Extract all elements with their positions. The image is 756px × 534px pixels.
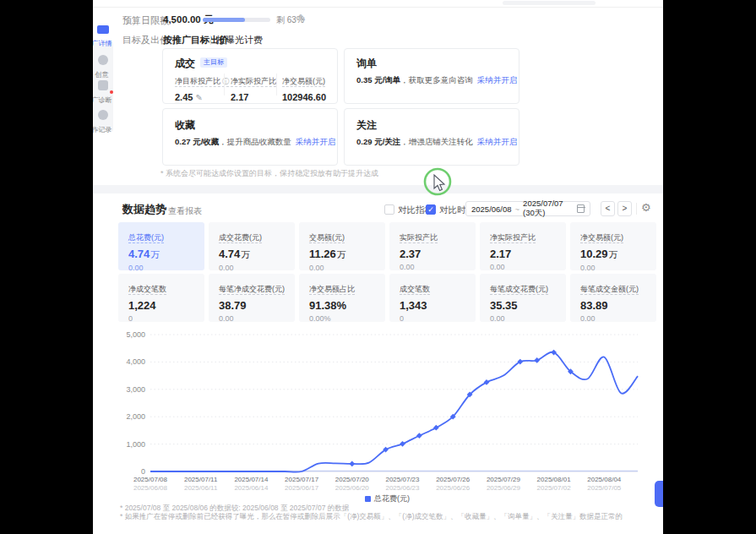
tile-unit: 万: [337, 249, 346, 259]
goal-card-deal[interactable]: 成交 主目标 净目标投产比ⓘ 2.45 ✎ 净实际投产比 2.17 净交易额(元…: [162, 48, 338, 104]
metric-label: 净交易额(元): [282, 77, 325, 87]
trend-chart[interactable]: 01,0002,0003,0004,0005,0002025/07/082025…: [118, 330, 666, 499]
metric-tile-6[interactable]: 净成交笔数1,2240: [118, 274, 204, 322]
budget-progress-track: [203, 18, 270, 22]
x-tick-label-compare: 2025/06/17: [285, 484, 319, 492]
metric-tile-4[interactable]: 净实际投产比2.170.00: [480, 222, 566, 270]
legend-swatch: [365, 496, 371, 502]
x-tick-label-current: 2025/08/01: [537, 476, 572, 483]
tile-label: 每笔成交金额(元): [580, 285, 639, 295]
card-title: 关注: [356, 118, 377, 133]
history-icon: [98, 110, 108, 120]
tile-label: 成交花费(元): [219, 233, 262, 243]
bid-mode-exposure[interactable]: 按曝光计费: [216, 34, 263, 46]
tile-label: 实际投产比: [400, 233, 438, 243]
card-title: 收藏: [175, 118, 195, 133]
adopt-enable-link[interactable]: 采纳并开启: [296, 137, 336, 146]
sidebar-item-1[interactable]: 创意: [93, 53, 113, 79]
tile-compare-value: 0.00: [128, 264, 199, 272]
metric-tile-0[interactable]: 总花费(元)4.74万0.00: [118, 222, 204, 270]
unit-price: 0.27 元/收藏: [175, 137, 219, 146]
x-tick-label-current: 2025/07/17: [285, 476, 319, 483]
tile-unit: 万: [241, 249, 250, 259]
controls-divider: [636, 203, 637, 215]
metric-tile-9[interactable]: 成交笔数1,3430: [389, 274, 476, 322]
page: 广详情创意广诊断作记录 预算日限额： 4,500.00 元 剩 63% ✎ 目标…: [0, 0, 756, 534]
sidebar-item-3[interactable]: 作记录: [93, 108, 113, 134]
next-period-button[interactable]: >: [617, 201, 632, 216]
adopt-enable-link[interactable]: 采纳并开启: [477, 75, 518, 84]
metric-tile-8[interactable]: 净交易额占比91.38%0.00%: [299, 274, 385, 322]
tile-value: 83.89: [580, 299, 651, 312]
side-nav: 广详情创意广诊断作记录: [93, 8, 113, 160]
footnote-paused: * 如果推广在暂停或删除前已经获得了曝光，那么在暂停或删除后展示「(净)交易额」…: [120, 512, 623, 522]
tile-compare-value: 0.00: [400, 263, 470, 271]
creative-icon: [98, 55, 108, 65]
data-point-marker[interactable]: [400, 441, 405, 447]
feedback-float-button[interactable]: [655, 481, 663, 507]
gear-icon[interactable]: ⚙: [641, 201, 651, 214]
card-desc: 0.35 元/询单，获取更多意向咨询采纳并开启: [356, 75, 517, 86]
cursor-highlight: [418, 164, 459, 206]
x-tick-label-compare: 2025/06/23: [385, 484, 420, 492]
data-point-marker[interactable]: [349, 461, 355, 467]
tile-unit: 万: [150, 249, 160, 259]
x-tick-label-current: 2025/07/14: [234, 476, 269, 483]
sidebar-item-label: 广诊断: [93, 95, 113, 105]
unit-price: 0.29 元/关注: [356, 137, 400, 146]
prev-period-button[interactable]: <: [601, 201, 615, 216]
data-point-marker[interactable]: [433, 425, 439, 431]
edit-budget-icon[interactable]: ✎: [298, 13, 306, 24]
goal-card-favorite[interactable]: 收藏 0.27 元/收藏，提升商品收藏数量采纳并开启: [162, 108, 338, 166]
metric-tile-3[interactable]: 实际投产比2.370.00: [389, 222, 476, 270]
metric-tile-1[interactable]: 成交花费(元)4.74万0.00: [209, 222, 295, 270]
tile-label: 净成交笔数: [128, 285, 166, 295]
view-report-link[interactable]: 查看报表: [168, 205, 202, 217]
sidebar-item-2[interactable]: 广诊断: [93, 79, 113, 105]
metric-tile-11[interactable]: 每笔成交金额(元)83.890.00: [570, 274, 656, 322]
calendar-icon: [577, 204, 585, 213]
compare-time-checkbox[interactable]: ✓: [426, 204, 436, 215]
adopt-enable-link[interactable]: 采纳并开启: [477, 137, 518, 146]
main-series-line: [150, 352, 638, 472]
tile-value: 2.37: [400, 248, 470, 260]
tile-compare-value: 0.00: [219, 264, 290, 272]
x-tick-label-compare: 2025/07/05: [587, 484, 622, 492]
desc-text: ，提升商品收藏数量: [219, 137, 291, 146]
tile-value: 11.26万: [309, 248, 380, 261]
edit-target-roi-icon[interactable]: ✎: [195, 93, 202, 102]
y-tick-label: 1,000: [126, 440, 145, 449]
tile-compare-value: 0.00: [490, 314, 561, 323]
desc-text: ，获取更多意向咨询: [400, 75, 473, 84]
date-range-picker[interactable]: 2025/06/08 ~ 2025/07/07 (30天): [465, 201, 590, 216]
tile-compare-value: 0: [400, 314, 470, 323]
x-tick-label-compare: 2025/06/26: [436, 484, 470, 492]
x-tick-label-current: 2025/07/08: [133, 476, 168, 483]
y-tick-label: 2,000: [126, 412, 145, 421]
metric-divider: [276, 74, 277, 95]
compare-metric-checkbox[interactable]: [384, 204, 394, 215]
tile-value: 91.38%: [309, 299, 380, 312]
tile-value: 4.74万: [219, 248, 290, 261]
x-tick-label-current: 2025/07/29: [487, 476, 521, 483]
y-tick-label: 3,000: [126, 385, 145, 394]
metric-tile-5[interactable]: 净交易额(元)10.29万0.00: [570, 222, 656, 270]
metric-tile-7[interactable]: 每笔净成交花费(元)38.790.00: [209, 274, 295, 322]
section-gap: [93, 185, 663, 193]
y-tick-label: 5,000: [126, 330, 145, 339]
budget-progress-fill: [203, 18, 245, 22]
metric-value: 2.17: [231, 92, 276, 102]
desc-text: ，增强店铺关注转化: [400, 137, 473, 146]
chart-legend: 总花费(元): [365, 493, 410, 504]
data-point-marker[interactable]: [416, 433, 422, 439]
metric-tile-10[interactable]: 每笔成交花费(元)35.350.00: [480, 274, 566, 322]
tile-label: 净实际投产比: [490, 233, 536, 243]
sidebar-item-0[interactable]: 广详情: [93, 22, 113, 48]
card-desc: 0.29 元/关注，增强店铺关注转化采纳并开启: [356, 137, 517, 148]
goal-card-follow[interactable]: 关注 0.29 元/关注，增强店铺关注转化采纳并开启: [344, 108, 519, 166]
x-tick-label-current: 2025/07/11: [184, 476, 218, 483]
tile-label: 每笔成交花费(元): [490, 285, 548, 295]
x-tick-label-compare: 2025/06/20: [335, 484, 370, 492]
goal-card-inquiry[interactable]: 询单 0.35 元/询单，获取更多意向咨询采纳并开启: [344, 48, 519, 104]
metric-tile-2[interactable]: 交易额(元)11.26万0.00: [299, 222, 385, 270]
